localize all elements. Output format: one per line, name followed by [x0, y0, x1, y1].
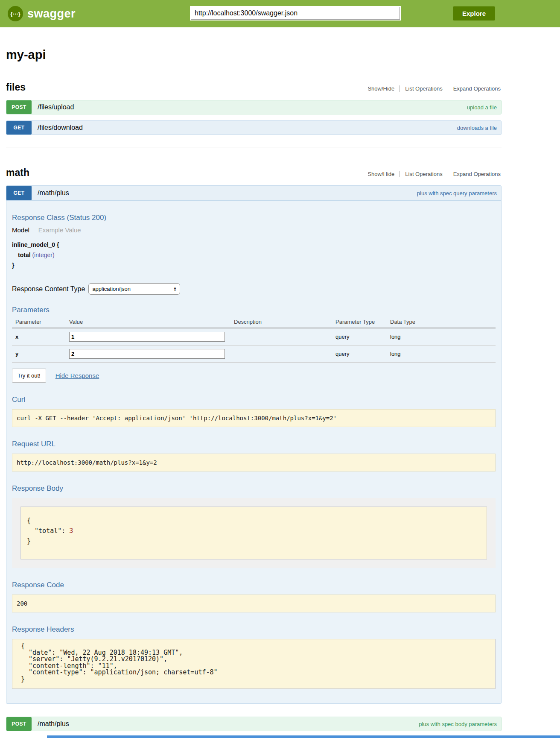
operation-path[interactable]: /files/upload [38, 103, 74, 111]
operation-summary[interactable]: plus with spec body parameters [419, 721, 497, 727]
operation-post-files-upload[interactable]: POST /files/upload upload a file [6, 100, 502, 114]
method-badge-post[interactable]: POST [6, 717, 32, 731]
response-body-wrap: { "total": 3 } [12, 498, 496, 568]
parameters-header-row: Parameter Value Description Parameter Ty… [12, 315, 496, 328]
show-hide-link[interactable]: Show/Hide [362, 85, 400, 92]
section-title-math[interactable]: math [6, 167, 29, 179]
model-prop-type: (integer) [32, 252, 54, 258]
expand-operations-link[interactable]: Expand Operations [448, 85, 502, 92]
explore-button[interactable]: Explore [453, 6, 495, 20]
parameters-heading: Parameters [12, 306, 496, 314]
operation-summary[interactable]: upload a file [467, 104, 497, 111]
operation-get-math-plus[interactable]: GET /math/plus plus with spec query para… [6, 186, 501, 200]
operation-summary[interactable]: plus with spec query parameters [417, 190, 497, 196]
operation-path[interactable]: /math/plus [38, 189, 69, 197]
spec-url-wrap [190, 6, 401, 20]
col-header-data-type: Data Type [387, 315, 496, 328]
response-body-heading: Response Body [12, 484, 496, 493]
operation-summary[interactable]: downloads a file [457, 125, 497, 131]
operation-block-get-math-plus: GET /math/plus plus with spec query para… [6, 185, 502, 704]
curly-braces-icon: {⋯} [8, 6, 23, 21]
response-content-type-label: Response Content Type [12, 285, 85, 293]
col-header-description: Description [230, 315, 332, 328]
response-headers-json: { "date": "Wed, 22 Aug 2018 18:49:13 GMT… [12, 639, 496, 689]
method-badge-post[interactable]: POST [6, 100, 32, 114]
col-header-value: Value [66, 315, 230, 328]
swagger-logo[interactable]: {⋯} swagger [8, 6, 76, 21]
response-code-heading: Response Code [12, 581, 496, 589]
model-open-brace: inline_model_0 { [12, 241, 496, 248]
method-badge-get[interactable]: GET [6, 186, 32, 200]
section-divider [6, 147, 502, 147]
parameter-row-x: x query long [12, 328, 496, 346]
show-hide-link[interactable]: Show/Hide [362, 171, 400, 177]
param-description [230, 334, 332, 340]
operation-post-math-plus[interactable]: POST /math/plus plus with spec body para… [6, 717, 502, 731]
api-title: my-api [6, 48, 502, 62]
param-name: x [12, 330, 66, 343]
request-url-heading: Request URL [12, 440, 496, 448]
response-body-json: { "total": 3 } [20, 507, 487, 559]
param-x-input[interactable] [69, 332, 225, 342]
request-url-value: http://localhost:3000/math/plus?x=1&y=2 [12, 454, 496, 472]
param-name: y [12, 347, 66, 360]
selected-content-type: application/json [92, 286, 131, 292]
operation-path[interactable]: /math/plus [38, 720, 69, 728]
list-operations-link[interactable]: List Operations [400, 171, 447, 177]
model-prop-name: total [18, 252, 31, 258]
operation-path[interactable]: /files/download [38, 124, 83, 132]
response-code-value: 200 [12, 594, 496, 612]
method-badge-get[interactable]: GET [6, 121, 32, 135]
tab-example-value[interactable]: Example Value [34, 226, 81, 234]
model-signature: inline_model_0 { total (integer) } [12, 241, 496, 269]
expand-operations-link[interactable]: Expand Operations [448, 171, 502, 177]
json-total-line: "total": 3 [27, 526, 481, 536]
param-data-type: long [387, 330, 496, 343]
model-close-brace: } [12, 262, 496, 269]
operation-detail-panel: Response Class (Status 200) Model Exampl… [6, 200, 501, 703]
curl-command: curl -X GET --header 'Accept: applicatio… [12, 409, 496, 427]
parameter-row-y: y query long [12, 346, 496, 363]
param-type: query [332, 347, 387, 360]
section-controls-files: Show/Hide List Operations Expand Operati… [362, 85, 502, 92]
model-tabs: Model Example Value [12, 226, 496, 234]
list-operations-link[interactable]: List Operations [400, 85, 447, 92]
response-class-heading: Response Class (Status 200) [12, 214, 496, 222]
param-y-input[interactable] [69, 349, 225, 359]
response-headers-heading: Response Headers [12, 625, 496, 634]
select-arrows-icon: ▲ ▼ [173, 287, 176, 292]
section-title-files[interactable]: files [6, 82, 26, 93]
spec-url-input[interactable] [191, 7, 400, 20]
json-close-brace: } [27, 536, 481, 546]
logo-text: swagger [27, 7, 76, 20]
param-data-type: long [387, 347, 496, 360]
response-content-type-select[interactable]: application/json ▲ ▼ [88, 283, 180, 295]
json-open-brace: { [27, 515, 481, 526]
parameters-table: Parameter Value Description Parameter Ty… [12, 315, 496, 363]
try-it-out-button[interactable]: Try it out! [12, 369, 46, 383]
operation-get-files-download[interactable]: GET /files/download downloads a file [6, 120, 502, 135]
json-number-value: 3 [69, 527, 73, 535]
hide-response-link[interactable]: Hide Response [55, 372, 99, 379]
curl-heading: Curl [12, 395, 496, 404]
col-header-parameter-type: Parameter Type [332, 315, 387, 328]
footer-bar [47, 735, 560, 738]
tab-model[interactable]: Model [12, 226, 34, 234]
header-bar: {⋯} swagger Explore [0, 0, 560, 27]
section-controls-math: Show/Hide List Operations Expand Operati… [362, 171, 502, 177]
param-type: query [332, 330, 387, 343]
col-header-parameter: Parameter [12, 315, 66, 328]
param-description [230, 351, 332, 357]
